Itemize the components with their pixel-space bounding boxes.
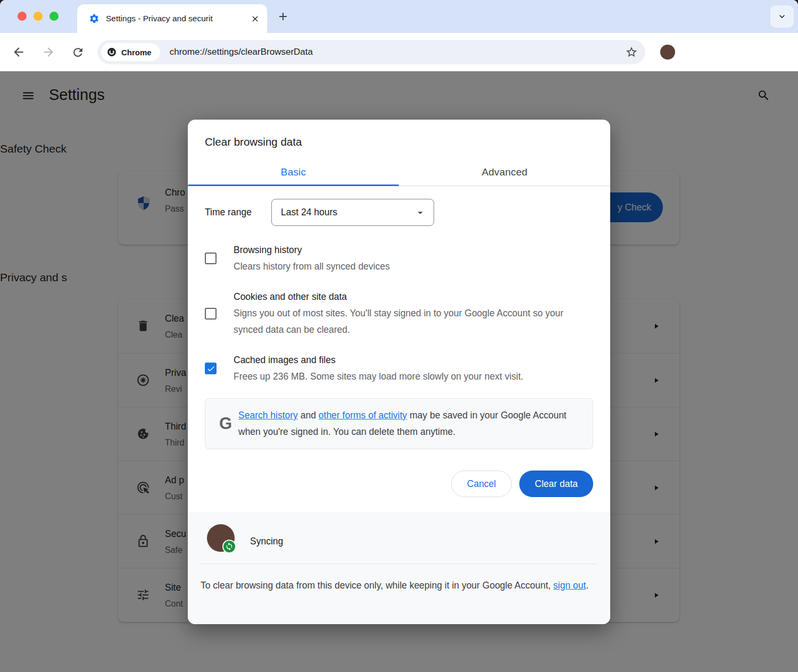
- tab-basic[interactable]: Basic: [188, 159, 399, 186]
- google-account-notice: G Search history and other forms of acti…: [205, 398, 593, 449]
- search-history-link[interactable]: Search history: [238, 410, 298, 421]
- star-icon[interactable]: [625, 46, 638, 58]
- dialog-title: Clear browsing data: [188, 120, 610, 148]
- site-chip[interactable]: Chrome: [101, 43, 160, 61]
- tab-strip: Settings - Privacy and securit: [0, 0, 798, 33]
- chrome-logo-icon: [106, 47, 117, 57]
- account-avatar: [207, 524, 235, 552]
- dialog-body: Time range Last 24 hours Browsing histor…: [188, 199, 610, 497]
- caret-down-icon: [414, 207, 426, 219]
- window-zoom-button[interactable]: [49, 12, 59, 21]
- sign-out-link[interactable]: sign out: [553, 580, 586, 591]
- option-title: Browsing history: [234, 242, 593, 258]
- cookies-checkbox[interactable]: [205, 308, 217, 320]
- browsing-history-checkbox[interactable]: [205, 253, 217, 264]
- forward-icon: [41, 45, 55, 59]
- back-icon[interactable]: [12, 45, 26, 59]
- notice-text: Search history and other forms of activi…: [238, 407, 581, 440]
- dialog-tabs: Basic Advanced: [188, 159, 610, 186]
- tab-title: Settings - Privacy and securit: [106, 14, 213, 23]
- time-range-label: Time range: [205, 207, 271, 218]
- sync-status-label: Syncing: [250, 536, 283, 547]
- url-text[interactable]: chrome://settings/clearBrowserData: [170, 47, 625, 57]
- url-bar[interactable]: Chrome chrome://settings/clearBrowserDat…: [97, 40, 645, 64]
- tab-title-wrap: Settings - Privacy and securit: [106, 13, 247, 24]
- window-controls: [18, 12, 59, 21]
- window-minimize-button[interactable]: [34, 12, 43, 21]
- option-description: Frees up 236 MB. Some sites may load mor…: [234, 368, 593, 385]
- notice-mid: and: [298, 410, 319, 421]
- window-close-button[interactable]: [18, 12, 27, 21]
- close-icon[interactable]: [251, 14, 260, 23]
- option-description: Signs you out of most sites. You'll stay…: [234, 305, 593, 338]
- sync-icon: [222, 540, 236, 553]
- settings-page: Settings Safety Check Chro Pass y Check …: [0, 71, 798, 672]
- checkmark-icon: [206, 364, 215, 373]
- option-browsing-history: Browsing history Clears history from all…: [205, 242, 593, 275]
- time-range-row: Time range Last 24 hours: [205, 199, 593, 226]
- gear-icon: [89, 13, 99, 24]
- clear-browsing-data-dialog: Clear browsing data Basic Advanced Time …: [188, 120, 610, 624]
- tab-advanced[interactable]: Advanced: [399, 159, 610, 186]
- signout-pre: To clear browsing data from this device …: [201, 580, 553, 591]
- clear-data-button[interactable]: Clear data: [519, 471, 593, 497]
- other-activity-link[interactable]: other forms of activity: [319, 410, 407, 421]
- footer-divider: [201, 564, 597, 564]
- cached-images-checkbox[interactable]: [205, 363, 217, 374]
- signout-post: .: [586, 580, 588, 591]
- option-cookies: Cookies and other site data Signs you ou…: [205, 289, 593, 338]
- sync-status-row: Syncing: [207, 524, 283, 552]
- browser-tab[interactable]: Settings - Privacy and securit: [77, 4, 267, 33]
- google-g-icon: G: [213, 414, 238, 433]
- cancel-button[interactable]: Cancel: [451, 471, 512, 497]
- site-chip-label: Chrome: [121, 48, 152, 57]
- dialog-buttons: Cancel Clear data: [205, 471, 593, 497]
- dialog-footer: Syncing To clear browsing data from this…: [188, 512, 610, 624]
- profile-avatar[interactable]: [660, 45, 675, 60]
- new-tab-icon[interactable]: [277, 10, 289, 23]
- option-title: Cached images and files: [234, 352, 593, 368]
- time-range-value: Last 24 hours: [281, 207, 414, 218]
- time-range-select[interactable]: Last 24 hours: [271, 199, 434, 226]
- option-title: Cookies and other site data: [234, 289, 593, 305]
- signout-text: To clear browsing data from this device …: [201, 577, 597, 594]
- browser-toolbar: Chrome chrome://settings/clearBrowserDat…: [0, 33, 798, 71]
- tab-search-chevron-icon[interactable]: [770, 5, 794, 28]
- browser-window: Settings - Privacy and securit: [0, 0, 798, 672]
- reload-icon[interactable]: [71, 46, 85, 59]
- option-cached-images: Cached images and files Frees up 236 MB.…: [205, 352, 593, 385]
- option-description: Clears history from all synced devices: [234, 258, 593, 275]
